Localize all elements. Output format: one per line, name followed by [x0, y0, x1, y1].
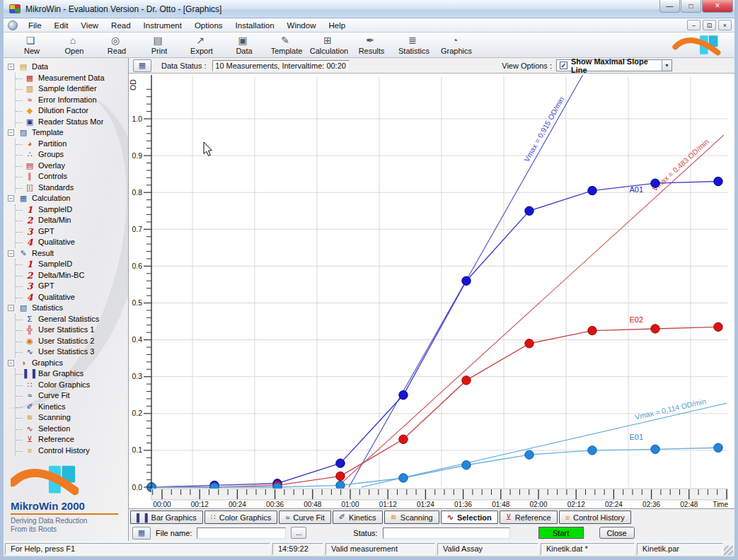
toolbar-button[interactable]: ▣ Data [223, 33, 265, 57]
tree-item[interactable]: ≋ Scanning [16, 412, 128, 424]
file-name-input[interactable] [197, 527, 286, 539]
tree-item[interactable]: 2 Delta/Min-BC [16, 270, 128, 281]
toolbar-button-label: Calculation [310, 47, 348, 55]
collapse-toggle-icon[interactable]: − [8, 360, 14, 366]
menu-item[interactable]: File [22, 20, 48, 31]
menu-item[interactable]: Window [281, 20, 323, 31]
tree-item[interactable]: ▌▐ Bar Graphics [16, 368, 128, 380]
status-input[interactable] [383, 527, 510, 539]
tree-item[interactable]: ▥ Sample Identifier [16, 83, 128, 95]
kinetics-chart[interactable]: Vmax = 0,915 OD/minVmax = 0,483 OD/minVm… [129, 74, 734, 508]
collapse-toggle-icon[interactable]: − [8, 64, 14, 70]
toolbar-button[interactable]: ↗ Export [180, 33, 223, 57]
tree-item-label: Selection [38, 424, 70, 435]
menu-item[interactable]: View [74, 20, 105, 31]
toolbar-button[interactable]: ◔ Graphics [435, 33, 478, 57]
collapse-toggle-icon[interactable]: − [8, 195, 14, 202]
menu-item[interactable]: Options [188, 20, 229, 31]
minimize-button[interactable]: — [659, 0, 680, 13]
tab[interactable]: ▌▐ Bar Graphics [130, 511, 203, 524]
mdi-restore-button[interactable]: ⊡ [703, 20, 716, 30]
tree-item[interactable]: ∿ User Statistics 3 [16, 346, 128, 358]
tree-section-row[interactable]: − ▧ Statistics [8, 303, 128, 314]
view-options-combobox[interactable]: ✓ Show Maximal Slope Line ▼ [556, 59, 672, 71]
toolbar-button[interactable]: ⊞ Calculation [308, 33, 350, 57]
tree-section-row[interactable]: − ▤ Data [8, 62, 128, 73]
close-button[interactable]: × [702, 0, 733, 13]
tree-item[interactable]: ◕ Partition [16, 139, 128, 150]
dropdown-icon[interactable]: ▼ [662, 60, 671, 71]
tree-item[interactable]: 1 SampleID [16, 259, 128, 270]
toolbar-button[interactable]: ❏ New [11, 33, 53, 57]
collapse-toggle-icon[interactable]: − [8, 129, 14, 136]
tree-item-label: Bar Graphics [38, 368, 83, 380]
menu-item[interactable]: Read [105, 20, 137, 31]
toolbar-button[interactable]: ⌂ Open [53, 33, 96, 57]
browse-button[interactable]: ... [291, 527, 306, 539]
tree-item[interactable]: ╬ User Statistics 1 [16, 325, 128, 336]
menu-item[interactable]: Installation [229, 20, 281, 31]
curve-fit-icon: ≈ [285, 513, 289, 522]
collapse-toggle-icon[interactable]: − [8, 305, 14, 311]
y-tick-label: 0.3 [132, 372, 142, 380]
menu-item[interactable]: Help [322, 20, 352, 31]
tree-item-label: Control History [38, 445, 90, 457]
resize-grip[interactable] [724, 546, 733, 555]
toolbar-button[interactable]: ◎ Read [96, 33, 138, 57]
tree-item[interactable]: [|] Standards [16, 182, 128, 194]
mdi-close-button[interactable]: × [718, 20, 732, 30]
toolbar-button[interactable]: ✎ Template [265, 33, 308, 57]
error-information-icon: ≈ [24, 95, 35, 106]
menu-item[interactable]: Instrument [137, 20, 188, 31]
tree-item[interactable]: ≈ Curve Fit [16, 390, 128, 402]
application-icon[interactable] [8, 21, 18, 30]
tree-item[interactable]: ≡ Control History [16, 445, 128, 457]
tree-section-row[interactable]: − ▨ Template [8, 127, 128, 139]
tab[interactable]: ≋ Scanning [384, 511, 439, 524]
tree-item[interactable]: ◉ User Statistics 2 [16, 336, 128, 347]
tree-item[interactable]: 2 Delta/Min [16, 215, 128, 226]
tree-item[interactable]: ▣ Reader Status Mor [16, 117, 128, 128]
tree-item[interactable]: 4 Qualitative [16, 237, 128, 248]
tree-item[interactable]: ≈ Error Information [16, 95, 128, 106]
tree-item[interactable]: ∷ Color Graphics [16, 380, 128, 391]
tab[interactable]: ⊻ Reference [500, 511, 558, 524]
tree-item[interactable]: ▤ Overlay [16, 161, 128, 172]
tree-item[interactable]: Σ General Statistics [16, 314, 128, 325]
mdi-minimize-button[interactable]: – [687, 20, 700, 30]
grid-view-button[interactable]: ▦ [132, 527, 151, 539]
tree-item[interactable]: ◆ Dilution Factor [16, 105, 128, 117]
tab[interactable]: ≈ Curve Fit [279, 511, 331, 524]
toolbar-button[interactable]: ✒ Results [350, 33, 393, 57]
collapse-toggle-icon[interactable]: − [8, 250, 14, 257]
close-panel-button[interactable]: Close [599, 527, 635, 539]
window-title: MikroWin - Evaluation Version - Dr. Otto… [25, 4, 221, 14]
menu-item[interactable]: Edit [48, 20, 75, 31]
tab[interactable]: ≡ Control History [559, 511, 631, 524]
tree-section-row[interactable]: − ▦ Calculation [8, 193, 128, 204]
tree-section-row[interactable]: − ◑ Graphics [8, 358, 128, 369]
tree-item[interactable]: ✐ Kinetics [16, 402, 128, 413]
y-tick-label: 0.7 [132, 225, 142, 233]
tree-item[interactable]: ∥ Controls [16, 171, 128, 182]
tree-item[interactable]: ⊻ Reference [16, 434, 128, 445]
tree-item-label: Measurement Data [38, 73, 105, 84]
tree-item[interactable]: 4 Qualitative [16, 292, 128, 303]
tree-section-row[interactable]: − ✎ Result [8, 248, 128, 259]
tree-item[interactable]: 1 SampleID [16, 204, 128, 216]
tree-item[interactable]: 3 GPT [16, 281, 128, 292]
tree-item[interactable]: ▦ Measurement Data [16, 73, 128, 84]
tree-section: − ▤ Data ▦ Measurement Data [8, 62, 128, 127]
toolbar-button[interactable]: ▤ Print [138, 33, 180, 57]
tab[interactable]: ∿ Selection [441, 511, 498, 524]
tab[interactable]: ✐ Kinetics [333, 511, 383, 524]
tree-item[interactable]: 3 GPT [16, 226, 128, 238]
tab[interactable]: ∷ Color Graphics [204, 511, 277, 524]
start-button[interactable]: Start [538, 527, 584, 539]
maximize-button[interactable]: □ [681, 0, 701, 13]
tree-item[interactable]: ∴ Groups [16, 149, 128, 161]
tree-item[interactable]: ∿ Selection [16, 424, 128, 435]
grid-view-button[interactable]: ▦ [133, 59, 151, 72]
toolbar-button[interactable]: ≣ Statistics [393, 33, 435, 57]
check-icon[interactable]: ✓ [560, 62, 567, 69]
